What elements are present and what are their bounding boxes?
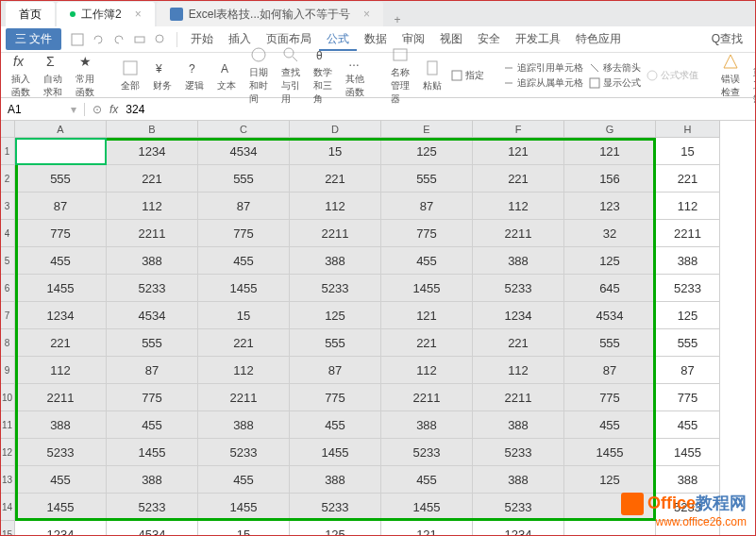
- cell[interactable]: 4534: [198, 138, 290, 165]
- row-header[interactable]: 8: [0, 329, 15, 357]
- cell[interactable]: 121: [381, 521, 473, 536]
- col-header-D[interactable]: D: [290, 121, 381, 138]
- row-header[interactable]: 15: [0, 521, 15, 536]
- menu-数据[interactable]: 数据: [357, 32, 395, 45]
- cell[interactable]: 5233: [107, 494, 198, 521]
- cell[interactable]: 15: [656, 138, 720, 165]
- autosum-button[interactable]: Σ自动求和: [40, 52, 66, 99]
- col-header-B[interactable]: B: [107, 121, 198, 138]
- cell[interactable]: 123: [564, 193, 656, 220]
- cell[interactable]: 1455: [107, 439, 198, 466]
- cell[interactable]: 455: [15, 466, 107, 494]
- cell[interactable]: 1234: [107, 138, 198, 165]
- preview-icon[interactable]: [153, 32, 168, 47]
- cell[interactable]: 87: [656, 357, 720, 384]
- cell[interactable]: 221: [381, 329, 473, 357]
- cell[interactable]: 455: [290, 411, 381, 439]
- cell[interactable]: 121: [473, 138, 564, 165]
- remove-arrows-button[interactable]: 移去箭头: [589, 61, 641, 75]
- cell[interactable]: 5233: [473, 439, 564, 466]
- cell[interactable]: 156: [564, 165, 656, 193]
- lookup-fn-button[interactable]: 查找与引用: [277, 45, 304, 106]
- menu-特色应用[interactable]: 特色应用: [568, 32, 629, 45]
- cell[interactable]: 1455: [381, 275, 473, 302]
- cell[interactable]: 5233: [107, 275, 198, 302]
- cell[interactable]: 388: [473, 411, 564, 439]
- finance-fn-button[interactable]: ¥财务: [149, 59, 176, 92]
- cell[interactable]: 4534: [107, 521, 198, 536]
- row-header[interactable]: 11: [0, 411, 15, 439]
- cell[interactable]: 5233: [473, 275, 564, 302]
- cell[interactable]: 112: [107, 193, 198, 220]
- cell[interactable]: 455: [656, 411, 720, 439]
- cell[interactable]: 455: [15, 247, 107, 275]
- cell[interactable]: 388: [107, 466, 198, 494]
- cell[interactable]: 1234: [15, 521, 107, 536]
- logic-fn-button[interactable]: ?逻辑: [181, 59, 208, 92]
- row-header[interactable]: 6: [0, 275, 15, 302]
- tab-workbook[interactable]: 工作簿2 ×: [57, 2, 155, 26]
- all-fn-button[interactable]: 全部: [117, 59, 143, 92]
- cell[interactable]: 324: [15, 138, 107, 165]
- cell[interactable]: 15: [198, 302, 290, 329]
- col-header-F[interactable]: F: [473, 121, 564, 138]
- cell[interactable]: 2211: [198, 384, 290, 411]
- cell[interactable]: 455: [564, 411, 656, 439]
- cell[interactable]: 4534: [107, 302, 198, 329]
- col-header-A[interactable]: A: [15, 121, 107, 138]
- cell[interactable]: 775: [290, 384, 381, 411]
- cell[interactable]: 555: [15, 165, 107, 193]
- cell[interactable]: 112: [381, 357, 473, 384]
- cell[interactable]: 15: [198, 521, 290, 536]
- fx-icon[interactable]: ⊙: [92, 103, 102, 116]
- cell[interactable]: 112: [290, 193, 381, 220]
- tab-excel-tip[interactable]: Excel表格技...如何输入不等于号 ×: [157, 2, 383, 26]
- cell[interactable]: 112: [473, 357, 564, 384]
- cell[interactable]: 388: [381, 411, 473, 439]
- cell[interactable]: 15: [290, 138, 381, 165]
- cell[interactable]: 1234: [473, 302, 564, 329]
- menu-审阅[interactable]: 审阅: [395, 32, 432, 45]
- cell[interactable]: 87: [290, 357, 381, 384]
- trace-precedents-button[interactable]: 追踪引用单元格: [503, 61, 583, 75]
- cell[interactable]: 5233: [290, 275, 381, 302]
- cell[interactable]: 555: [564, 329, 656, 357]
- redo-icon[interactable]: [111, 32, 126, 47]
- cell[interactable]: 1455: [381, 494, 473, 521]
- error-check-button[interactable]: 错误检查: [717, 52, 744, 99]
- cell[interactable]: 87: [381, 193, 473, 220]
- cell[interactable]: 32: [564, 220, 656, 247]
- cell[interactable]: 221: [473, 165, 564, 193]
- other-fn-button[interactable]: …其他函数: [342, 52, 368, 99]
- name-manager-button[interactable]: 名称管理器: [387, 45, 413, 106]
- cell[interactable]: 1455: [656, 439, 720, 466]
- paste-button[interactable]: 粘贴: [419, 59, 445, 92]
- name-box[interactable]: A1▾: [0, 103, 85, 116]
- row-header[interactable]: 14: [0, 494, 15, 521]
- assign-button[interactable]: 指定: [451, 69, 484, 82]
- cell[interactable]: 775: [656, 384, 720, 411]
- cell[interactable]: 388: [656, 466, 720, 494]
- formula-input[interactable]: 324: [126, 103, 144, 116]
- cell[interactable]: 87: [564, 357, 656, 384]
- cell[interactable]: 775: [15, 220, 107, 247]
- row-header[interactable]: 1: [0, 138, 15, 165]
- cell[interactable]: 388: [107, 247, 198, 275]
- cell[interactable]: 388: [15, 411, 107, 439]
- row-header[interactable]: 4: [0, 220, 15, 247]
- cell[interactable]: 775: [564, 384, 656, 411]
- cell[interactable]: 1234: [15, 302, 107, 329]
- cell[interactable]: 455: [381, 247, 473, 275]
- print-icon[interactable]: [132, 32, 147, 47]
- row-header[interactable]: 12: [0, 439, 15, 466]
- col-header-H[interactable]: H: [656, 121, 720, 138]
- cell[interactable]: 221: [15, 329, 107, 357]
- menu-安全[interactable]: 安全: [470, 32, 508, 45]
- col-header-E[interactable]: E: [381, 121, 473, 138]
- cell[interactable]: 87: [198, 193, 290, 220]
- cell[interactable]: 5233: [381, 439, 473, 466]
- math-fn-button[interactable]: θ数学和三角: [310, 45, 336, 106]
- menu-开始[interactable]: 开始: [183, 32, 221, 45]
- cell[interactable]: 112: [198, 357, 290, 384]
- cell[interactable]: 2211: [290, 220, 381, 247]
